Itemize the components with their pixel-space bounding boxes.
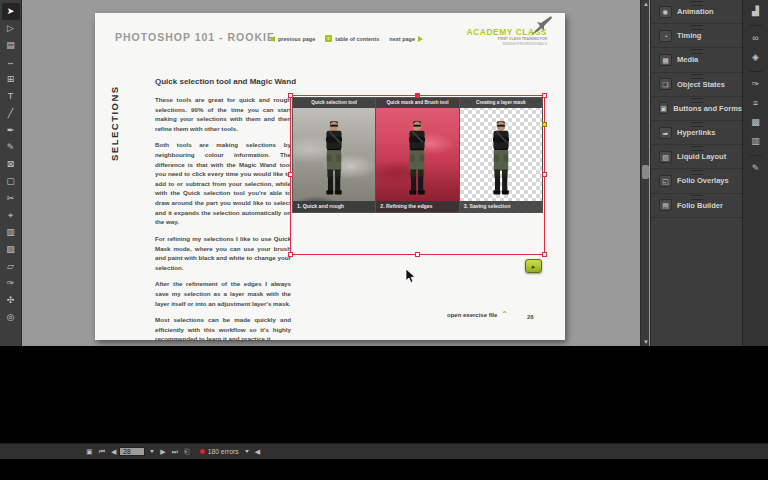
panel-label: Timing: [677, 31, 701, 40]
page-number-field[interactable]: 28: [119, 447, 145, 456]
scrollbar-thumb[interactable]: [642, 165, 649, 179]
page-dropdown-icon[interactable]: [150, 450, 154, 453]
free-transform-tool[interactable]: ⌖: [2, 207, 20, 224]
pen-tool[interactable]: ✒: [2, 122, 20, 139]
hummingbird-icon: [527, 15, 553, 37]
panel-hyperlinks[interactable]: ➦ Hyperlinks: [651, 121, 742, 145]
panel-label: Liquid Layout: [677, 152, 726, 161]
paragraph: Both tools are making selections by neig…: [155, 140, 291, 226]
paragraph: Most selections can be made quickly and …: [155, 315, 291, 344]
selection-handle-br[interactable]: [542, 252, 547, 257]
figure-quick-selection: Quick selection tool: [293, 98, 375, 212]
screen: InDesign File Edit Layout Type Object Ta…: [0, 0, 768, 480]
layers-panel-icon[interactable]: ◈: [748, 50, 764, 65]
collapsed-panel-strip: ▟ ∞ ◈ ✑ ≡ ▩ ▥ ✎: [742, 0, 768, 346]
zoom-tool[interactable]: ◎: [2, 309, 20, 326]
preflight-error-dot: [200, 449, 205, 454]
article-title: Quick selection tool and Magic Wand: [155, 77, 296, 86]
next-page-link[interactable]: next page: [389, 36, 423, 42]
table-of-contents-link[interactable]: ≡ table of contents: [325, 35, 379, 42]
paragraph: For refining my selections I like to use…: [155, 234, 291, 272]
gradient-feather-tool[interactable]: ▨: [2, 241, 20, 258]
vertical-scrollbar[interactable]: ▲ ▼: [640, 0, 649, 346]
toc-label: table of contents: [335, 36, 379, 42]
figure-header: Quick mask and Brush tool: [376, 98, 458, 108]
direct-selection-tool[interactable]: ▷: [2, 20, 20, 37]
eyedropper-tool[interactable]: ✑: [2, 275, 20, 292]
note-tool[interactable]: ▱: [2, 258, 20, 275]
hand-tool[interactable]: ✣: [2, 292, 20, 309]
figure-caption: 2. Refining the edges: [376, 201, 458, 212]
panel-label: Hyperlinks: [677, 128, 715, 137]
scroll-up-icon[interactable]: ▲: [643, 1, 649, 7]
tools-panel: ➤ ▷ ▤ ↔ ⊞ T ╱ ✒ ✎ ⊠ ▢ ✂ ⌖ ▥ ▨ ▱ ✑ ✣ ◎: [0, 0, 22, 346]
preflight-errors-label[interactable]: 180 errors: [208, 448, 239, 455]
figure-header: Creating a layer mask: [460, 98, 542, 108]
panel-liquid-layout[interactable]: ▧ Liquid Layout: [651, 145, 742, 169]
next-page-button[interactable]: ▶: [160, 448, 165, 456]
links-panel-icon[interactable]: ∞: [748, 31, 764, 46]
rectangle-frame-tool[interactable]: ⊠: [2, 156, 20, 173]
paragraph: These tools are great for quick and roug…: [155, 95, 291, 133]
content-collector-tool[interactable]: ⊞: [2, 71, 20, 88]
timing-icon: ◔: [659, 30, 672, 42]
page-header-title: PHOTOSHOP 101 - ROOKIE: [115, 31, 275, 43]
effects-panel-icon[interactable]: ✎: [748, 161, 764, 176]
chevron-up-icon: ⌃: [501, 312, 508, 318]
main-area: ➤ ▷ ▤ ↔ ⊞ T ╱ ✒ ✎ ⊠ ▢ ✂ ⌖ ▥ ▨ ▱ ✑ ✣ ◎ PH…: [0, 0, 768, 346]
figure-quick-mask: Quick mask and Brush tool: [376, 98, 458, 212]
selection-handle-bc[interactable]: [415, 252, 420, 257]
page-tool[interactable]: ▤: [2, 37, 20, 54]
swatches-panel-icon[interactable]: ▩: [748, 115, 764, 130]
status-bar: ▣ ⏮ ◀ 28 ▶ ⏭ ⎗ 180 errors ◀: [0, 443, 768, 459]
scissors-tool[interactable]: ✂: [2, 190, 20, 207]
tutorial-figure-group[interactable]: Quick selection tool: [292, 97, 543, 213]
panel-label: Buttons and Forms: [673, 104, 742, 113]
panel-label: Folio Builder: [677, 201, 723, 210]
folio-overlay-badge[interactable]: ▸: [525, 259, 542, 273]
folio-builder-icon: ▤: [659, 199, 672, 211]
pages-panel-icon[interactable]: ▟: [748, 4, 764, 19]
person-photo: [317, 120, 351, 202]
previous-page-label: previous page: [278, 36, 315, 42]
align-panel-icon[interactable]: ≡: [748, 96, 764, 111]
previous-page-link[interactable]: previous page: [270, 36, 315, 42]
pencil-tool[interactable]: ✎: [2, 139, 20, 156]
preview-mode-icon[interactable]: ▣: [86, 448, 93, 456]
panel-object-states[interactable]: ❏ Object States: [651, 73, 742, 97]
logo-tagline-2: DESIGN PROFESSIONALS: [467, 42, 548, 47]
last-page-button[interactable]: ⏭: [172, 448, 178, 456]
gap-tool[interactable]: ↔: [2, 54, 20, 71]
next-page-label: next page: [389, 36, 415, 42]
next-arrow-icon: [418, 36, 423, 42]
preflight-dropdown-icon[interactable]: [245, 450, 249, 453]
document-canvas[interactable]: PHOTOSHOP 101 - ROOKIE previous page ≡ t…: [23, 0, 640, 346]
type-tool[interactable]: T: [2, 88, 20, 105]
figure-layer-mask: Creating a layer mask: [460, 98, 542, 212]
panel-folio-builder[interactable]: ▤ Folio Builder: [651, 194, 742, 218]
stroke-panel-icon[interactable]: ✑: [748, 77, 764, 92]
open-exercise-link[interactable]: open exercise file ⌃: [447, 312, 508, 318]
scroll-down-icon[interactable]: ▼: [643, 339, 649, 345]
academy-class-logo: ACADEMY CLASS FIRST CLASS TRAINING FOR D…: [467, 27, 548, 46]
buttons-forms-icon: ▣: [659, 102, 668, 114]
rectangle-tool[interactable]: ▢: [2, 173, 20, 190]
first-page-button[interactable]: ⏮: [99, 448, 105, 456]
liquid-layout-icon: ▧: [659, 151, 672, 163]
gradient-swatch-tool[interactable]: ▥: [2, 224, 20, 241]
previous-page-button[interactable]: ◀: [111, 448, 116, 456]
animation-icon: ✺: [659, 6, 672, 18]
panel-media[interactable]: ▦ Media: [651, 48, 742, 72]
object-states-icon: ❏: [659, 78, 672, 90]
panel-animation[interactable]: ✺ Animation: [651, 0, 742, 24]
preflight-profile-icon[interactable]: ⎗: [184, 448, 190, 456]
gradient-panel-icon[interactable]: ▥: [748, 134, 764, 149]
open-exercise-label: open exercise file: [447, 312, 497, 318]
line-tool[interactable]: ╱: [2, 105, 20, 122]
panel-folio-overlays[interactable]: ◱ Folio Overlays: [651, 169, 742, 193]
selection-tool[interactable]: ➤: [2, 3, 20, 20]
figure-header: Quick selection tool: [293, 98, 375, 108]
panel-buttons-forms[interactable]: ▣ Buttons and Forms: [651, 97, 742, 121]
panel-timing[interactable]: ◔ Timing: [651, 24, 742, 48]
folio-overlays-icon: ◱: [659, 175, 672, 187]
